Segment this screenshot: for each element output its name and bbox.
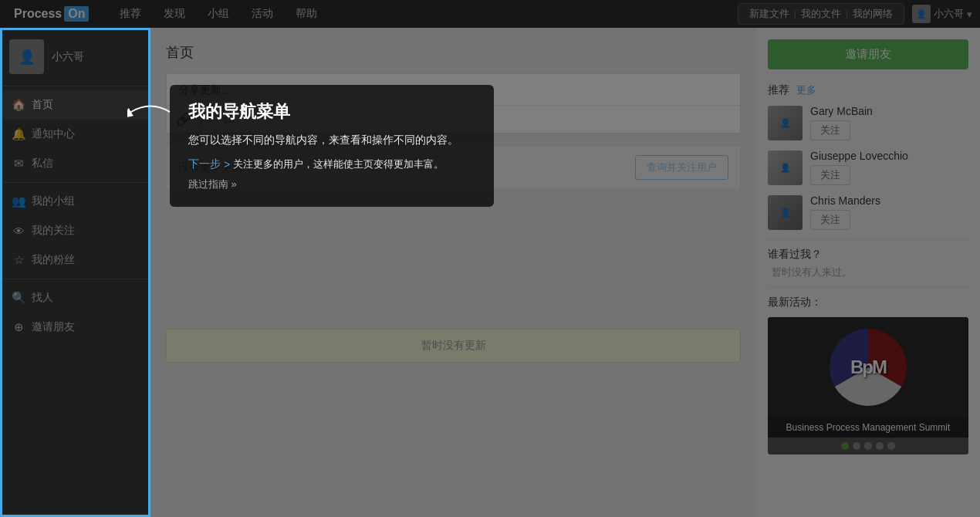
logo[interactable]: ProcessOn (8, 6, 95, 22)
logo-on: On (64, 6, 89, 22)
bpm-caption: Business Process Management Summit (768, 417, 968, 438)
guide-title: 我的导航菜单 (188, 100, 475, 123)
sidebar-item-messages[interactable]: ✉ 私信 (0, 149, 150, 178)
page-title: 首页 (166, 43, 741, 62)
recommend-name-1: Gary McBain (810, 105, 968, 117)
sidebar-divider-1 (0, 182, 150, 183)
skip-guide-button[interactable]: 跳过指南 » (188, 177, 475, 191)
guide-arrow-icon (127, 96, 174, 127)
sidebar-item-label: 找人 (32, 291, 53, 305)
sidebar-item-label: 我的粉丝 (32, 253, 75, 267)
dot-1[interactable] (841, 442, 849, 450)
user-info[interactable]: 👤 小六哥 ▾ (912, 5, 972, 23)
sidebar-item-invite[interactable]: ⊕ 邀请朋友 (0, 313, 150, 342)
recommend-section-title: 推荐 更多 (768, 83, 968, 97)
nav-right-links: 新建文件 | 我的文件 | 我的网络 (738, 3, 904, 25)
no-updates: 暂时没有更新 (166, 329, 741, 363)
nav-links: 推荐 发现 小组 活动 帮助 (110, 2, 326, 25)
bpm-text: BpM (850, 356, 886, 378)
recommend-info-1: Gary McBain 关注 (810, 105, 968, 140)
recommend-info-2: Giuseppe Lovecchio 关注 (810, 150, 968, 185)
search-icon: 🔍 (12, 291, 25, 305)
sidebar-username: 小六哥 (52, 50, 84, 64)
follow-button-2[interactable]: 关注 (810, 165, 850, 185)
bpm-logo: BpM (768, 317, 968, 417)
no-visitors-text: 暂时没有人来过。 (768, 265, 968, 279)
dot-4[interactable] (876, 442, 884, 450)
top-navigation: ProcessOn 推荐 发现 小组 活动 帮助 新建文件 | 我的文件 | 我… (0, 0, 980, 28)
new-file-link[interactable]: 新建文件 (745, 5, 794, 22)
sidebar-item-find-people[interactable]: 🔍 找人 (0, 283, 150, 313)
sidebar-item-following[interactable]: 👁 我的关注 (0, 216, 150, 245)
dot-3[interactable] (864, 442, 872, 450)
logo-process: Process (14, 7, 62, 21)
sidebar-item-label: 邀请朋友 (32, 320, 75, 334)
bpm-dots (768, 438, 968, 454)
eye-icon: 👁 (12, 225, 25, 238)
follow-button-3[interactable]: 关注 (810, 210, 850, 230)
sidebar-profile: 👤 小六哥 (0, 28, 150, 86)
avatar: 👤 (9, 39, 44, 74)
search-users-button[interactable]: 查询并关注用户 (635, 155, 728, 180)
right-divider-1 (768, 239, 968, 240)
user-avatar-small: 👤 (912, 5, 931, 23)
my-files-link[interactable]: 我的文件 (796, 5, 846, 22)
nav-recommend[interactable]: 推荐 (110, 2, 150, 25)
recommend-info-3: Chris Manders 关注 (810, 194, 968, 230)
sidebar-nav: 🏠 首页 🔔 通知中心 ✉ 私信 👥 我的小组 👁 我的关注 ☆ (0, 86, 150, 517)
sidebar-item-label: 私信 (32, 157, 53, 171)
recommend-name-3: Chris Manders (810, 194, 968, 207)
recommend-avatar-3: 👤 (768, 195, 803, 230)
mail-icon: ✉ (12, 157, 25, 171)
sidebar-item-groups[interactable]: 👥 我的小组 (0, 187, 150, 216)
my-network-link[interactable]: 我的网络 (848, 5, 897, 22)
sidebar-divider-2 (0, 279, 150, 279)
recommend-avatar-2: 👤 (768, 150, 803, 185)
bell-icon: 🔔 (12, 127, 25, 141)
sidebar-item-label: 首页 (32, 98, 53, 112)
nav-discover[interactable]: 发现 (154, 2, 194, 25)
groups-icon: 👥 (12, 194, 25, 208)
dot-5[interactable] (887, 442, 895, 450)
home-icon: 🏠 (12, 98, 25, 112)
nav-username: 小六哥 (934, 7, 964, 21)
dropdown-arrow-icon: ▾ (967, 8, 972, 20)
nav-groups[interactable]: 小组 (198, 2, 238, 25)
who-viewed-title: 谁看过我？ (768, 248, 968, 262)
latest-activity-title: 最新活动： (768, 296, 968, 309)
star-icon: ☆ (12, 253, 25, 267)
guide-next-button[interactable]: 下一步 > 关注更多的用户，这样能使主页变得更加丰富。 (188, 157, 475, 171)
right-panel: 邀请朋友 推荐 更多 👤 Gary McBain 关注 👤 Giuseppe L… (756, 28, 980, 517)
recommend-item-2: 👤 Giuseppe Lovecchio 关注 (768, 150, 968, 185)
nav-activity[interactable]: 活动 (242, 2, 282, 25)
bpm-circle-container: BpM (826, 325, 911, 410)
more-link[interactable]: 更多 (796, 84, 816, 96)
sidebar-item-followers[interactable]: ☆ 我的粉丝 (0, 245, 150, 275)
recommend-avatar-1: 👤 (768, 106, 803, 140)
bpm-banner: BpM Business Process Management Summit (768, 317, 968, 454)
nav-right: 新建文件 | 我的文件 | 我的网络 👤 小六哥 ▾ (738, 3, 972, 25)
dot-2[interactable] (853, 442, 860, 450)
guide-popup: 我的导航菜单 您可以选择不同的导航内容，来查看和操作不同的内容。 下一步 > 关… (170, 85, 494, 207)
recommend-name-2: Giuseppe Lovecchio (810, 150, 968, 162)
guide-desc: 您可以选择不同的导航内容，来查看和操作不同的内容。 (188, 131, 475, 148)
follow-button-1[interactable]: 关注 (810, 120, 850, 140)
plus-circle-icon: ⊕ (12, 320, 25, 334)
recommend-item-1: 👤 Gary McBain 关注 (768, 105, 968, 140)
recommend-item-3: 👤 Chris Manders 关注 (768, 194, 968, 230)
nav-help[interactable]: 帮助 (286, 2, 326, 25)
sidebar-item-label: 通知中心 (32, 127, 75, 141)
right-divider-2 (768, 287, 968, 288)
sidebar-item-label: 我的小组 (32, 194, 75, 208)
invite-button[interactable]: 邀请朋友 (768, 39, 968, 69)
chevron-right-icon: > (224, 158, 230, 171)
sidebar-item-label: 我的关注 (32, 224, 75, 238)
